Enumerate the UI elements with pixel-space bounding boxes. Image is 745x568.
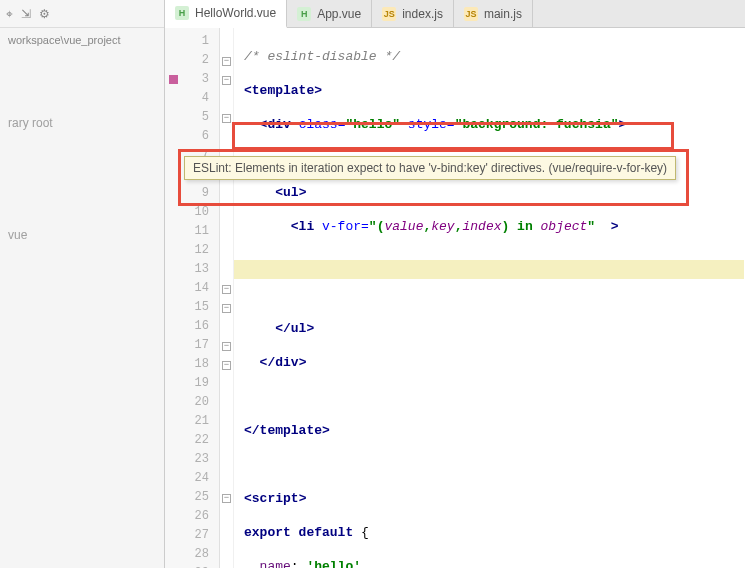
- fold-icon[interactable]: −: [220, 336, 233, 355]
- line-number: 3: [165, 70, 219, 89]
- editor-area[interactable]: 1 2 3 4 5 6 7 8 9 10 11 12 13 14 15 16 1…: [165, 28, 745, 568]
- line-number: 18: [165, 355, 219, 374]
- line-number: 12: [165, 241, 219, 260]
- sidebar-item[interactable]: vue: [0, 224, 164, 246]
- line-number: 9: [165, 184, 219, 203]
- line-number: 26: [165, 507, 219, 526]
- collapse-icon[interactable]: ⇲: [21, 7, 31, 21]
- line-number: 23: [165, 450, 219, 469]
- gear-icon[interactable]: ⚙: [39, 7, 50, 21]
- line-number: 29: [165, 564, 219, 568]
- tab-main[interactable]: JS main.js: [454, 0, 533, 27]
- tab-app[interactable]: H App.vue: [287, 0, 372, 27]
- fold-gutter: − − − − − − − −: [220, 28, 234, 568]
- editor-main: H HelloWorld.vue H App.vue JS index.js J…: [165, 0, 745, 568]
- fold-icon[interactable]: −: [220, 70, 233, 89]
- line-number: 20: [165, 393, 219, 412]
- line-number: 2: [165, 51, 219, 70]
- line-number: 6: [165, 127, 219, 146]
- fold-icon[interactable]: −: [220, 488, 233, 507]
- line-number-gutter: 1 2 3 4 5 6 7 8 9 10 11 12 13 14 15 16 1…: [165, 28, 220, 568]
- project-sidebar: ⌖ ⇲ ⚙ workspace\vue_project rary root vu…: [0, 0, 165, 568]
- line-number: 25: [165, 488, 219, 507]
- editor-tabs: H HelloWorld.vue H App.vue JS index.js J…: [165, 0, 745, 28]
- tab-label: index.js: [402, 7, 443, 21]
- eslint-tooltip: ESLint: Elements in iteration expect to …: [184, 156, 676, 180]
- line-number: 27: [165, 526, 219, 545]
- js-file-icon: JS: [382, 7, 396, 21]
- line-number: 16: [165, 317, 219, 336]
- tab-label: main.js: [484, 7, 522, 21]
- tab-index[interactable]: JS index.js: [372, 0, 454, 27]
- line-number: 24: [165, 469, 219, 488]
- line-number: 22: [165, 431, 219, 450]
- line-number: 17: [165, 336, 219, 355]
- ide-container: ⌖ ⇲ ⚙ workspace\vue_project rary root vu…: [0, 0, 745, 568]
- line-number: 13: [165, 260, 219, 279]
- fold-icon[interactable]: −: [220, 279, 233, 298]
- js-file-icon: JS: [464, 7, 478, 21]
- tab-helloworld[interactable]: H HelloWorld.vue: [165, 0, 287, 28]
- line-number: 4: [165, 89, 219, 108]
- line-number: 14: [165, 279, 219, 298]
- sidebar-item[interactable]: rary root: [0, 112, 164, 134]
- line-number: 1: [165, 32, 219, 51]
- line-number: 11: [165, 222, 219, 241]
- fold-icon[interactable]: −: [220, 298, 233, 317]
- vue-file-icon: H: [297, 7, 311, 21]
- line-number: 21: [165, 412, 219, 431]
- breakpoint-marker[interactable]: [169, 75, 178, 84]
- tab-label: App.vue: [317, 7, 361, 21]
- line-number: 5: [165, 108, 219, 127]
- fold-icon[interactable]: −: [220, 108, 233, 127]
- code-content[interactable]: /* eslint-disable */ <template> <div cla…: [234, 28, 745, 568]
- fold-icon[interactable]: −: [220, 51, 233, 70]
- line-number: 19: [165, 374, 219, 393]
- sidebar-toolbar: ⌖ ⇲ ⚙: [0, 0, 164, 28]
- project-path: workspace\vue_project: [0, 28, 164, 52]
- line-number: 10: [165, 203, 219, 222]
- fold-icon[interactable]: −: [220, 355, 233, 374]
- target-icon[interactable]: ⌖: [6, 7, 13, 21]
- vue-file-icon: H: [175, 6, 189, 20]
- tab-label: HelloWorld.vue: [195, 6, 276, 20]
- line-number: 15: [165, 298, 219, 317]
- line-number: 28: [165, 545, 219, 564]
